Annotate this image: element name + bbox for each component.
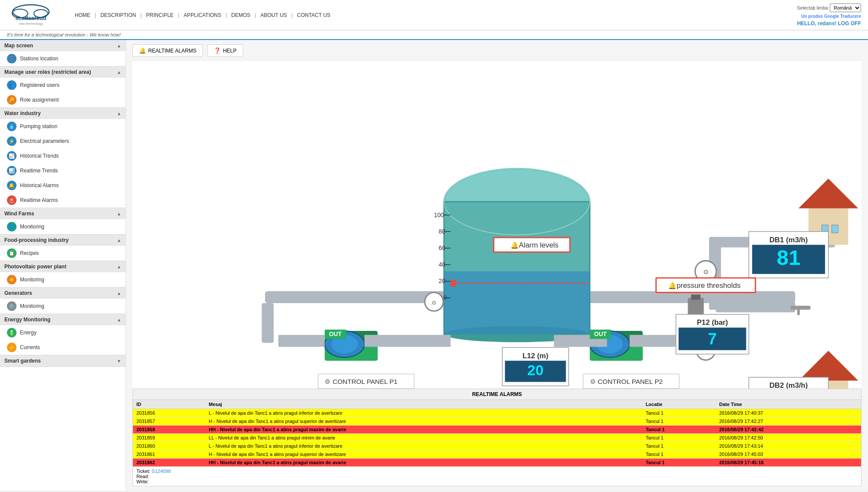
svg-text:OUT: OUT [594, 331, 607, 337]
sidebar-section-wind: Wind Farms ▲ 🌀 Monitoring [0, 208, 126, 234]
svg-text:🔔: 🔔 [668, 281, 677, 290]
alarm-datetime-1: 2016/08/29 17:42:27 [716, 417, 861, 426]
lang-label: Selectați limba [797, 5, 828, 10]
alarm-datetime-5: 2016/08/29 17:45:03 [716, 450, 861, 459]
svg-text:OUT: OUT [329, 331, 342, 337]
alarm-location-4: Tancul 1 [642, 442, 716, 450]
wind-monitoring-icon: 🌀 [7, 222, 17, 231]
toolbar: 🔔 REALTIME ALARMS ❓ HELP [126, 40, 868, 61]
sidebar-item-recipes[interactable]: 📋 Recipes [0, 246, 126, 261]
col-datetime: Date Time [716, 400, 861, 409]
svg-rect-49 [688, 298, 704, 317]
svg-rect-30 [451, 280, 456, 287]
logo: scadacloud new technology [7, 3, 55, 27]
historical-trends-icon: 📈 [7, 151, 17, 161]
sidebar-item-registered-users[interactable]: 👥 Registered users [0, 78, 126, 92]
sidebar-header-photovoltaic[interactable]: Photovoltaic power plant ▲ [0, 261, 126, 272]
nav-contact[interactable]: CONTACT US [295, 10, 333, 20]
historical-alarms-icon: 🔔 [7, 181, 17, 190]
alarm-row-2[interactable]: 2031858HH - Nivelul de apa din Tanc1 a a… [133, 426, 861, 434]
alarm-area: REALTIME ALARMS ID Mesaj Locatie Date Ti… [133, 389, 861, 486]
sidebar-header-generators[interactable]: Generators ▲ [0, 287, 126, 299]
nav-about[interactable]: ABOUT US [258, 10, 289, 20]
realtime-alarms-button[interactable]: 🔔 REALTIME ALARMS [133, 44, 203, 57]
realtime-trends-icon: 📊 [7, 166, 17, 175]
alarm-id-6: 2031862 [133, 459, 205, 467]
alarm-row-3[interactable]: 2031859LL - Nivelul de apa din Tanc1 a a… [133, 434, 861, 442]
svg-text:20-: 20- [439, 278, 447, 284]
svg-rect-35 [278, 335, 325, 347]
login-link[interactable]: HELLO, redans! LOG OFF [797, 20, 861, 26]
alarm-id-3: 2031859 [133, 434, 205, 442]
sidebar-header-smart-gardens[interactable]: Smart gardens ▼ [0, 355, 126, 367]
recipes-icon: 📋 [7, 248, 17, 258]
svg-text:0-: 0- [443, 294, 448, 301]
help-icon: ❓ [214, 47, 221, 54]
sidebar-item-wind-monitoring[interactable]: 🌀 Monitoring [0, 219, 126, 234]
sidebar-item-electrical-parameters[interactable]: ⚡ Electrical parameters [0, 134, 126, 149]
scada-svg: 100- 80- 60- 40- 20- 0- [133, 61, 861, 389]
sidebar-item-stations-location[interactable]: 📍 Stations location [0, 51, 126, 66]
read-label: Read: [136, 474, 149, 479]
nav-applications[interactable]: APPLICATIONS [181, 10, 224, 20]
svg-rect-63 [791, 306, 811, 310]
sidebar-item-energy[interactable]: 🔋 Energy [0, 325, 126, 340]
svg-rect-36 [364, 335, 451, 347]
svg-text:20: 20 [527, 362, 543, 378]
alarm-row-4[interactable]: 2031860L - Nivelul de apa din Tanc1 a at… [133, 442, 861, 450]
sidebar-item-realtime-alarms[interactable]: 🚨 Realtime Alarms [0, 193, 126, 208]
svg-text:DB1 (m3/h): DB1 (m3/h) [769, 236, 808, 244]
alarm-message-4: L - Nivelul de apa din Tanc1 a atins pra… [205, 442, 643, 450]
sidebar-section-water: Water industry ▲ 💧 Pumping station ⚡ Ele… [0, 108, 126, 208]
sidebar-header-energy-monitoring[interactable]: Energy Monitoring ▲ [0, 314, 126, 325]
nav: HOME | DESCRIPTION | PRINCIPLE | APPLICA… [72, 10, 797, 20]
svg-text:pressure thresholds: pressure thresholds [676, 281, 740, 290]
help-button[interactable]: ❓ HELP [207, 44, 243, 57]
scada-diagram: 100- 80- 60- 40- 20- 0- [133, 61, 861, 389]
registered-users-icon: 👥 [7, 80, 17, 90]
language-select[interactable]: Română English [830, 3, 861, 12]
sidebar-item-currents[interactable]: ⚡ Currents [0, 340, 126, 355]
nav-description[interactable]: DESCRIPTION [98, 10, 139, 20]
alarm-table-body: 2031856L - Nivelul de apa din Tanc1 a at… [133, 409, 861, 467]
alarm-message-0: L - Nivelul de apa din Tanc1 a atins pra… [205, 409, 643, 417]
nav-demos[interactable]: DEMOS [229, 10, 253, 20]
svg-text:L12 (m): L12 (m) [523, 352, 549, 360]
sidebar-item-historical-trends[interactable]: 📈 Historical Trends [0, 149, 126, 163]
sidebar-header-wind[interactable]: Wind Farms ▲ [0, 208, 126, 219]
sidebar-section-generators: Generators ▲ ⚙️ Monitoring [0, 287, 126, 314]
sidebar-item-role-assignment[interactable]: 🔑 Role assignment [0, 92, 126, 107]
sidebar-header-map[interactable]: Map screen ▲ [0, 40, 126, 51]
alarm-location-2: Tancul 1 [642, 426, 716, 434]
svg-rect-7 [262, 303, 273, 343]
sidebar-header-user-roles[interactable]: Manage user roles (restricted area) ▲ [0, 66, 126, 78]
alarm-table: ID Mesaj Locatie Date Time 2031856L - Ni… [133, 400, 861, 467]
alarm-message-5: H - Nivelul de apa din Tanc1 a atins pra… [205, 450, 643, 459]
nav-principle[interactable]: PRINCIPLE [143, 10, 176, 20]
ticket-link[interactable]: S124098 [152, 469, 171, 474]
sidebar-header-food[interactable]: Food-processing industry ▲ [0, 234, 126, 246]
svg-text:DB2 (m3/h): DB2 (m3/h) [769, 381, 808, 389]
sidebar-item-pumping-station[interactable]: 💧 Pumping station [0, 119, 126, 134]
sidebar-item-generators-monitoring[interactable]: ⚙️ Monitoring [0, 299, 126, 314]
realtime-alarms-icon: 🚨 [7, 195, 17, 205]
svg-text:7: 7 [708, 330, 717, 348]
electrical-parameters-icon: ⚡ [7, 136, 17, 146]
alarm-row-0[interactable]: 2031856L - Nivelul de apa din Tanc1 a at… [133, 409, 861, 417]
ticket-area: Ticket: S124098 Read: Write: [133, 467, 861, 486]
alarm-datetime-6: 2016/08/29 17:45:18 [716, 459, 861, 467]
sidebar-item-historical-alarms[interactable]: 🔔 Historical Alarms [0, 178, 126, 193]
alarm-row-6[interactable]: 2031862HH - Nivelul de apa din Tanc1 a a… [133, 459, 861, 467]
sidebar-item-photovoltaic-monitoring[interactable]: ☀️ Monitoring [0, 272, 126, 287]
alarm-row-1[interactable]: 2031857H - Nivelul de apa din Tanc1 a at… [133, 417, 861, 426]
svg-text:⊙: ⊙ [703, 269, 709, 275]
sidebar-item-realtime-trends[interactable]: 📊 Realtime Trends [0, 163, 126, 178]
alarm-row-5[interactable]: 2031861H - Nivelul de apa din Tanc1 a at… [133, 450, 861, 459]
alarm-message-3: LL - Nivelul de apa din Tanc1 a atins pr… [205, 434, 643, 442]
svg-text:CONTROL PANEL P1: CONTROL PANEL P1 [333, 378, 398, 385]
alarm-id-0: 2031856 [133, 409, 205, 417]
nav-home[interactable]: HOME [72, 10, 93, 20]
svg-text:CONTROL PANEL P2: CONTROL PANEL P2 [598, 378, 663, 385]
svg-text:⊙: ⊙ [432, 300, 436, 306]
sidebar-header-water[interactable]: Water industry ▲ [0, 108, 126, 119]
